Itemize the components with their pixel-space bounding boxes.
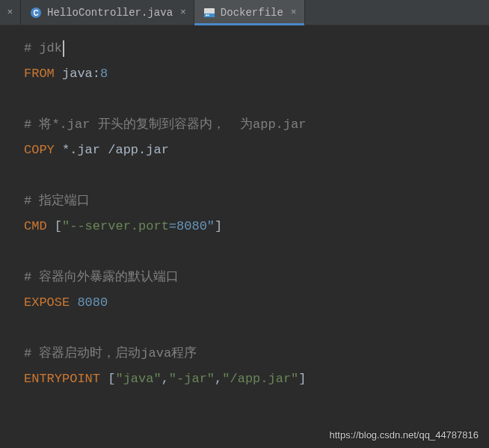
- java-file-icon: C: [30, 7, 42, 19]
- code-token: 8: [100, 61, 108, 87]
- code-token: COPY: [24, 138, 55, 163]
- code-token: FROM: [24, 61, 55, 87]
- code-line[interactable]: EXPOSE 8080: [24, 290, 489, 316]
- code-token: [100, 366, 108, 392]
- code-line[interactable]: [24, 87, 489, 112]
- code-line[interactable]: CMD ["--server.port=8080"]: [24, 214, 489, 239]
- close-icon[interactable]: ×: [0, 0, 21, 25]
- code-line[interactable]: COPY *.jar /app.jar: [24, 138, 489, 163]
- tab-label: Dockerfile: [221, 7, 283, 19]
- code-token: [55, 61, 62, 87]
- code-token: ,: [162, 366, 169, 392]
- code-token: # jdk: [24, 36, 62, 61]
- code-line[interactable]: [24, 316, 489, 341]
- code-token: [70, 290, 77, 316]
- code-token: ]: [215, 214, 222, 239]
- code-line[interactable]: # jdk: [24, 36, 489, 61]
- code-token: ]: [298, 366, 306, 392]
- code-line[interactable]: # 指定端口: [24, 188, 489, 214]
- code-token: [47, 214, 55, 239]
- code-token: # 容器启动时，启动java程序: [24, 341, 197, 366]
- code-token: [55, 138, 62, 163]
- watermark: https://blog.csdn.net/qq_44787816: [330, 429, 479, 441]
- code-token: ENTRYPOINT: [24, 366, 100, 392]
- code-token: CMD: [24, 214, 47, 239]
- code-token: # 将*.jar 开头的复制到容器内， 为app.jar: [24, 112, 306, 138]
- code-line[interactable]: FROM java:8: [24, 61, 489, 87]
- code-token: [: [108, 366, 115, 392]
- code-editor[interactable]: # jdkFROM java:8# 将*.jar 开头的复制到容器内， 为app…: [0, 25, 489, 392]
- code-token: 8080: [77, 290, 108, 316]
- code-token: =8080": [169, 214, 215, 239]
- code-token: "/app.jar": [222, 366, 298, 392]
- code-token: "--server.port: [62, 214, 169, 239]
- code-line[interactable]: ENTRYPOINT ["java","-jar","/app.jar"]: [24, 366, 489, 392]
- tab-hellocontroller[interactable]: C HelloController.java ×: [21, 0, 194, 25]
- code-line[interactable]: [24, 163, 489, 188]
- code-token: [: [55, 214, 62, 239]
- code-line[interactable]: # 容器向外暴露的默认端口: [24, 265, 489, 290]
- code-token: # 指定端口: [24, 188, 90, 214]
- code-line[interactable]: [24, 239, 489, 265]
- tab-dockerfile[interactable]: Dockerfile ×: [194, 0, 305, 25]
- code-token: java: [62, 61, 93, 87]
- close-icon[interactable]: ×: [180, 7, 186, 18]
- code-token: "java": [115, 366, 161, 392]
- code-line[interactable]: # 将*.jar 开头的复制到容器内， 为app.jar: [24, 112, 489, 138]
- code-line[interactable]: # 容器启动时，启动java程序: [24, 341, 489, 366]
- code-token: :: [93, 61, 100, 87]
- text-cursor: [63, 40, 64, 57]
- code-token: ,: [215, 366, 222, 392]
- code-token: EXPOSE: [24, 290, 70, 316]
- code-token: *.jar /app.jar: [62, 138, 169, 163]
- svg-text:C: C: [33, 8, 38, 16]
- code-token: "-jar": [169, 366, 215, 392]
- svg-rect-5: [207, 14, 209, 16]
- tab-bar: × C HelloController.java × Dockerfile ×: [0, 0, 489, 25]
- code-token: # 容器向外暴露的默认端口: [24, 265, 179, 290]
- docker-file-icon: [203, 7, 215, 19]
- tab-label: HelloController.java: [47, 7, 173, 19]
- close-icon[interactable]: ×: [291, 7, 297, 18]
- svg-rect-4: [206, 14, 207, 16]
